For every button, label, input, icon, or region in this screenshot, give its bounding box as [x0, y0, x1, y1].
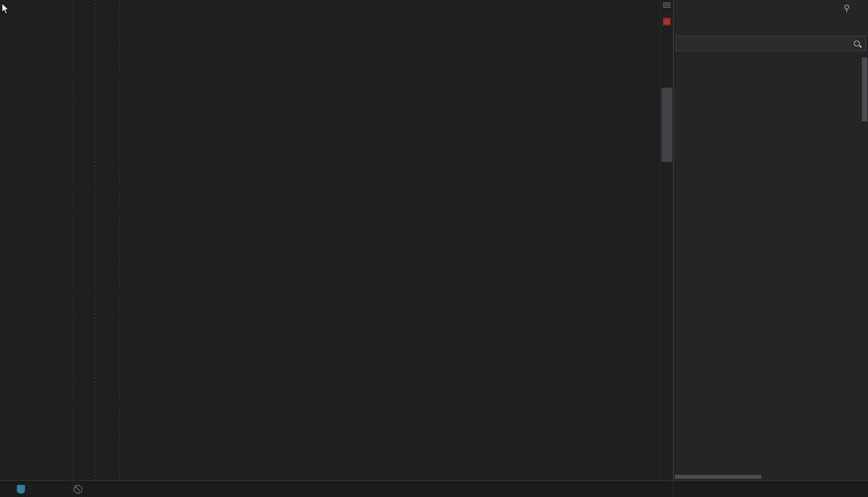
tree-scrollbar-thumb[interactable] — [862, 57, 867, 121]
solution-explorer-header — [674, 0, 868, 18]
editor-scrollbar-thumb[interactable] — [661, 88, 672, 162]
tree-scrollbar[interactable] — [861, 53, 868, 473]
split-editor-handle[interactable] — [663, 3, 671, 8]
solution-tree — [674, 53, 868, 473]
tree-horizontal-thumb[interactable] — [675, 475, 761, 479]
status-bar — [0, 481, 673, 497]
main-area — [0, 0, 868, 480]
solution-explorer-panel — [673, 0, 868, 480]
pin-icon[interactable] — [841, 5, 852, 14]
search-box[interactable] — [676, 36, 866, 51]
code-editor[interactable] — [0, 0, 673, 480]
line-number-gutter[interactable] — [15, 0, 53, 480]
notifications-muted-icon[interactable] — [74, 485, 82, 494]
tree-horizontal-scrollbar[interactable] — [674, 473, 868, 480]
code-area[interactable] — [70, 0, 660, 480]
indent-guide — [119, 0, 120, 480]
glyph-margin — [0, 0, 15, 480]
indent-guide — [94, 0, 95, 480]
indent-guide — [73, 0, 74, 480]
mouse-cursor — [1, 3, 9, 18]
search-icon[interactable] — [854, 40, 860, 47]
panel-tab-strip — [673, 481, 868, 497]
bottom-bar — [0, 480, 868, 497]
solution-explorer-toolbar — [674, 18, 868, 35]
fold-margin[interactable] — [53, 0, 70, 480]
vs-window — [0, 0, 868, 497]
editor-scrollbar[interactable] — [660, 0, 673, 480]
search-input[interactable] — [676, 40, 854, 48]
error-mark-icon — [663, 18, 671, 26]
issues-shield-icon — [17, 485, 25, 494]
